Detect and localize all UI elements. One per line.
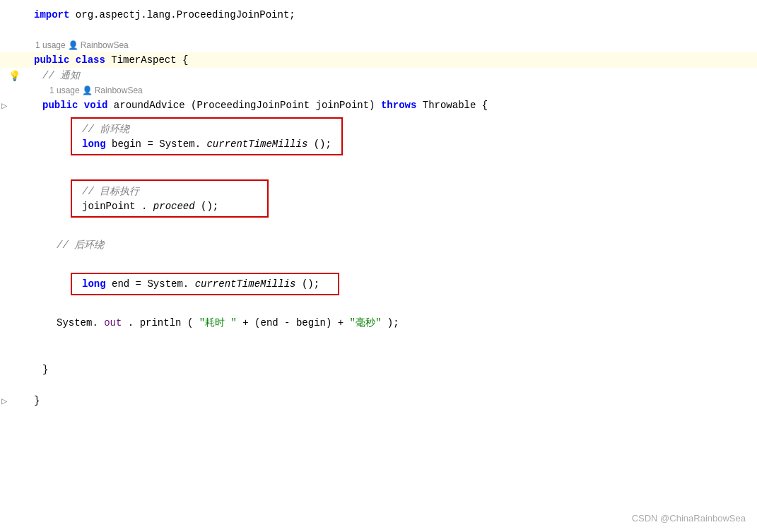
println-line: System. out . println ( "耗时 " + (end - b… [0,315,757,331]
box1-comment: // 前环绕 [82,124,129,135]
long-keyword-1: long [82,138,106,150]
red-box-1: // 前环绕 long begin = System. currentTimeM… [71,117,343,155]
method-params: (ProceedingJoinPoint joinPoint) [191,100,381,111]
left-arrow-icon: ▷ [1,100,7,112]
throwable-type: Throwable { [423,100,488,111]
joinpoint-obj: joinPoint [82,201,136,212]
currentTimeMillis-method-1: currentTimeMillis [206,138,307,150]
import-path: org.aspectj.lang.ProceedingJoinPoint; [76,9,295,20]
bulb-line: 💡 // 通知 [0,68,757,83]
class-declaration-line: public class TimerAspect { [0,52,757,68]
throws-keyword: throws [381,100,416,111]
usage-line-2: 1 usage 👤 RainbowSea [0,83,757,97]
usage-count-1: 1 usage [35,40,66,50]
system-ref: System. [57,317,98,329]
usage-user-1: RainbowSea [81,40,129,50]
method-name: aroundAdvice [114,100,185,111]
bulb-icon: 💡 [8,71,20,82]
usage-line-1: 1 usage 👤 RainbowSea [0,38,757,52]
comment-notify: // 通知 [42,70,80,81]
user-icon-1: 👤 [68,40,78,51]
end-assign: end = System. [112,278,189,290]
box1-code-line: long begin = System. currentTimeMillis (… [82,138,331,150]
blank-line-4 [0,253,757,268]
after-comment-line: // 后环绕 [0,237,757,253]
user-icon-2: 👤 [82,85,93,96]
class-keyword: class [76,54,105,66]
box3-code-line: long end = System. currentTimeMillis (); [82,278,328,290]
blank-line-5 [0,300,757,315]
import-keyword: import [34,9,69,20]
line-content: import org.aspectj.lang.ProceedingJoinPo… [28,9,757,20]
method-void: void [84,100,108,111]
box2-comment: // 目标执行 [82,186,139,197]
blank-line-7 [0,346,757,362]
method-public: public [42,100,78,111]
method-declaration-line: ▷ public void aroundAdvice (ProceedingJo… [0,97,757,113]
method-close-brace: } [42,364,48,375]
class-close-line: ▷ } [0,393,757,408]
begin-assign: begin = System. [112,138,201,150]
out-field: out [104,317,122,329]
blank-line-2 [0,160,757,175]
class-brace: { [182,54,188,66]
blank-line-3 [0,222,757,237]
long-keyword-2: long [82,278,106,290]
string-ms: "毫秒" [350,317,382,329]
code-editor: import org.aspectj.lang.ProceedingJoinPo… [0,0,757,532]
currentTimeMillis-method-2: currentTimeMillis [195,278,296,290]
box1-comment-line: // 前环绕 [82,123,331,136]
class-close-brace: } [34,395,40,406]
method-close-line: } [0,362,757,377]
red-box-2: // 目标执行 joinPoint . proceed (); [71,179,269,218]
blank-line-8 [0,377,757,393]
blank-line-1 [0,23,757,38]
string-haoshi: "耗时 " [199,317,237,329]
watermark: CSDN @ChinaRainbowSea [632,513,746,524]
comment-after: // 后环绕 [57,240,104,251]
class-name: TimerAspect [111,54,176,66]
usage-count-2: 1 usage [49,85,80,95]
proceed-method: proceed [153,201,195,212]
red-box-3: long end = System. currentTimeMillis (); [71,273,339,295]
import-line: import org.aspectj.lang.ProceedingJoinPo… [0,7,757,23]
box2-code-line: joinPoint . proceed (); [82,201,257,212]
blank-line-6 [0,331,757,346]
box2-comment-line: // 目标执行 [82,185,257,198]
usage-user-2: RainbowSea [95,85,143,95]
public-keyword: public [34,54,69,66]
println-method: println [140,317,182,329]
